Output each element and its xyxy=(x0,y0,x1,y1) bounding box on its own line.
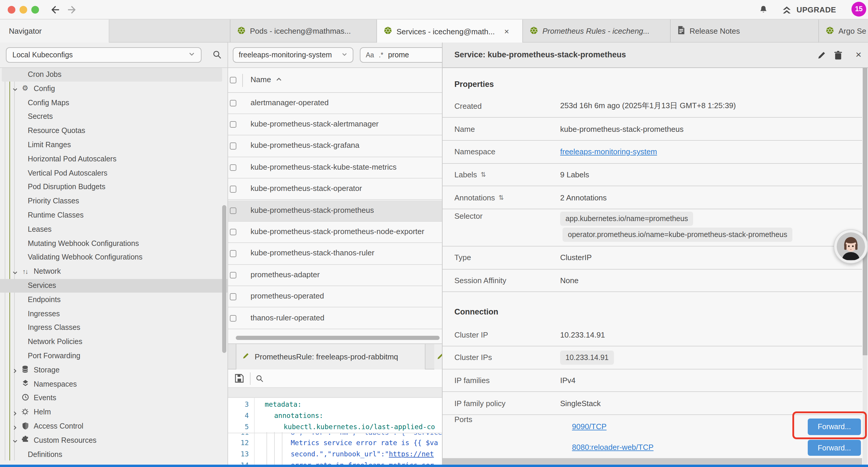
delete-trash-icon[interactable] xyxy=(834,42,842,68)
namespace-select[interactable]: freeleaps-monitoring-system xyxy=(233,47,353,62)
match-case-toggle[interactable]: Aa xyxy=(366,51,374,58)
sidebar-item-custom-resources[interactable]: Custom Resources xyxy=(0,434,228,448)
sidebar-item-endpoints[interactable]: Endpoints xyxy=(0,293,228,307)
forward-arrow-icon[interactable] xyxy=(67,5,78,17)
regex-toggle[interactable]: .* xyxy=(379,51,383,58)
chevron-right-icon[interactable] xyxy=(12,368,18,376)
sidebar-item-ingress-classes[interactable]: Ingress Classes xyxy=(0,321,228,335)
sidebar-item-limit-ranges[interactable]: Limit Ranges xyxy=(0,138,228,152)
yaml-editor[interactable]: 3metadata:4annotations:5kubectl.kubernet… xyxy=(228,398,442,465)
tab-prometheus-rules-icecheng[interactable]: Prometheus Rules - icecheng... xyxy=(523,20,671,42)
sidebar-item-secrets[interactable]: Secrets xyxy=(0,110,228,124)
table-row-prometheus-operated[interactable]: prometheus-operated xyxy=(228,286,442,308)
sidebar-item-mutating-webhook-configurations[interactable]: Mutating Webhook Configurations xyxy=(0,236,228,251)
table-row-alertmanager-operated[interactable]: alertmanager-operated xyxy=(228,92,442,114)
chevron-down-icon[interactable] xyxy=(12,86,18,94)
row-checkbox[interactable] xyxy=(229,315,236,322)
chevron-right-icon[interactable] xyxy=(12,424,18,432)
table-row-kube-prometheus-stack-alertmanager[interactable]: kube-prometheus-stack-alertmanager xyxy=(228,114,442,136)
sidebar-item-network-policies[interactable]: Network Policies xyxy=(0,335,228,349)
sidebar-item-helm[interactable]: Helm xyxy=(0,405,228,419)
row-checkbox[interactable] xyxy=(229,272,236,279)
back-arrow-icon[interactable] xyxy=(50,5,60,17)
row-checkbox[interactable] xyxy=(229,143,236,150)
notifications-bell-icon[interactable] xyxy=(759,5,768,16)
row-checkbox[interactable] xyxy=(229,185,236,193)
table-row-kube-prometheus-stack-prometheus-node-exporter[interactable]: kube-prometheus-stack-prometheus-node-ex… xyxy=(228,222,442,243)
table-row-kube-prometheus-stack-prometheus[interactable]: kube-prometheus-stack-prometheus xyxy=(228,200,442,222)
save-icon[interactable] xyxy=(235,374,244,385)
detail-bottom-scroll-track[interactable] xyxy=(442,458,862,465)
edit-pencil-icon[interactable] xyxy=(817,42,826,68)
sidebar-item-network[interactable]: ↑↓Network xyxy=(0,265,228,279)
detail-scrollbar-thumb[interactable] xyxy=(863,68,867,355)
tab-navigator[interactable]: Navigator xyxy=(0,20,109,42)
chevron-right-icon[interactable] xyxy=(12,409,18,418)
sidebar-item-config[interactable]: ⚙Config xyxy=(0,82,228,96)
sidebar-scrollbar-thumb[interactable] xyxy=(222,205,226,353)
sidebar-item-ingresses[interactable]: Ingresses xyxy=(0,307,228,321)
sidebar-item-validating-webhook-configurations[interactable]: Validating Webhook Configurations xyxy=(0,251,228,265)
window-close-button[interactable] xyxy=(7,6,15,13)
notification-badge[interactable]: 15 xyxy=(851,1,866,16)
editor-tab-prometheusrule[interactable]: PrometheusRule: freeleaps-prod-rabbitmq xyxy=(236,344,426,370)
row-checkbox[interactable] xyxy=(229,121,236,128)
namespace-link[interactable]: freeleaps-monitoring-system xyxy=(560,147,657,156)
forward-button-2[interactable]: Forward... xyxy=(808,440,861,456)
sort-arrows-icon[interactable]: ⇅ xyxy=(481,171,486,178)
sidebar-item-runtime-classes[interactable]: Runtime Classes xyxy=(0,208,228,223)
table-row-kube-prometheus-stack-operator[interactable]: kube-prometheus-stack-operator xyxy=(228,178,442,200)
tab-argo-se[interactable]: Argo Se xyxy=(819,20,868,42)
port-link-9090-tcp[interactable]: 9090/TCP xyxy=(572,422,607,431)
window-minimize-button[interactable] xyxy=(20,6,27,13)
sidebar-item-services[interactable]: Services xyxy=(0,279,228,293)
sidebar-item-priority-classes[interactable]: Priority Classes xyxy=(0,194,228,208)
tab-services-icecheng-math[interactable]: Services - icecheng@math...× xyxy=(377,20,523,43)
sidebar-item-definitions[interactable]: Definitions xyxy=(0,447,228,462)
sidebar-item-cron-jobs[interactable]: Cron Jobs xyxy=(0,68,228,82)
select-all-checkbox[interactable] xyxy=(229,77,236,83)
row-checkbox[interactable] xyxy=(229,293,236,300)
sidebar-item-resource-quotas[interactable]: Resource Quotas xyxy=(0,124,228,138)
close-icon[interactable]: × xyxy=(856,42,862,68)
editor-search-icon[interactable] xyxy=(256,374,264,385)
chevron-down-icon[interactable] xyxy=(12,438,18,446)
window-zoom-button[interactable] xyxy=(31,6,39,13)
sidebar-item-port-forwarding[interactable]: Port Forwarding xyxy=(0,349,228,363)
sidebar-item-vertical-pod-autoscalers[interactable]: Vertical Pod Autoscalers xyxy=(0,166,228,180)
sidebar-item-events[interactable]: Events xyxy=(0,391,228,406)
sidebar-item-access-control[interactable]: Access Control xyxy=(0,419,228,434)
detail-scrollbar[interactable] xyxy=(863,68,867,465)
assistant-avatar[interactable] xyxy=(834,229,868,264)
sort-arrows-icon[interactable]: ⇅ xyxy=(498,194,504,201)
sidebar-item-namespaces[interactable]: Namespaces xyxy=(0,377,228,391)
table-row-thanos-ruler-operated[interactable]: thanos-ruler-operated xyxy=(228,308,442,329)
sidebar-item-pod-disruption-budgets[interactable]: Pod Disruption Budgets xyxy=(0,180,228,195)
list-horizontal-scrollbar-thumb[interactable] xyxy=(236,336,440,340)
tab-release-notes[interactable]: Release Notes xyxy=(671,20,819,42)
table-row-prometheus-adapter[interactable]: prometheus-adapter xyxy=(228,265,442,286)
upgrade-chevrons-icon[interactable] xyxy=(782,6,791,17)
sidebar-item-horizontal-pod-autoscalers[interactable]: Horizontal Pod Autoscalers xyxy=(0,152,228,167)
list-search-input[interactable]: Aa .* prome xyxy=(360,47,442,62)
upgrade-button[interactable]: UPGRADE xyxy=(797,5,836,14)
editor-scroll-track[interactable] xyxy=(228,388,442,398)
table-row-kube-prometheus-stack-thanos-ruler[interactable]: kube-prometheus-stack-thanos-ruler xyxy=(228,243,442,265)
port-link-8080-reloader-web-tcp[interactable]: 8080:reloader-web/TCP xyxy=(572,443,653,451)
sidebar-search-icon[interactable] xyxy=(213,50,222,61)
sidebar-item-leases[interactable]: Leases xyxy=(0,223,228,237)
row-checkbox[interactable] xyxy=(229,229,236,236)
row-checkbox[interactable] xyxy=(229,99,236,107)
editor-tab-partial[interactable] xyxy=(434,344,442,370)
row-checkbox[interactable] xyxy=(229,207,236,214)
sidebar-item-config-maps[interactable]: Config Maps xyxy=(0,96,228,110)
table-row-kube-prometheus-stack-kube-state-metrics[interactable]: kube-prometheus-stack-kube-state-metrics xyxy=(228,157,442,178)
row-checkbox[interactable] xyxy=(229,164,236,171)
table-row-kube-prometheus-stack-grafana[interactable]: kube-prometheus-stack-grafana xyxy=(228,136,442,157)
kubeconfig-select[interactable]: Local Kubeconfigs xyxy=(6,47,202,62)
chevron-down-icon[interactable] xyxy=(12,269,18,277)
name-column-header[interactable]: Name xyxy=(251,75,282,84)
tab-close-icon[interactable]: × xyxy=(504,27,509,36)
sidebar-item-storage[interactable]: Storage xyxy=(0,363,228,377)
tab-pods-icecheng-mathmas[interactable]: Pods - icecheng@mathmas... xyxy=(230,20,377,42)
